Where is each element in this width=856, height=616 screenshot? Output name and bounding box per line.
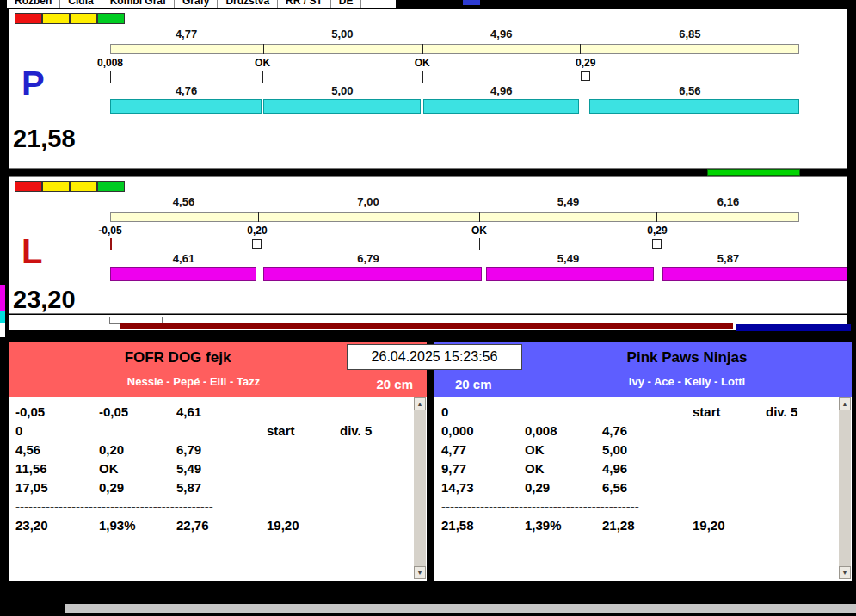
split-time-label: 6,56 <box>581 84 799 97</box>
scrollbar[interactable]: ▲ ▼ <box>414 397 426 579</box>
team-name: FOFR DOG fejk <box>9 349 347 367</box>
split-time-label: 4,77 <box>110 28 262 40</box>
lane-l-splits-top: 4,56 7,00 5,49 6,16 <box>110 195 799 209</box>
tab-bar: Rozběh Čidla Kombi Graf Grafy Družstva R… <box>7 0 396 8</box>
split-time-label: 6,85 <box>581 28 799 40</box>
table-row[interactable]: 14,73 0,29 6,56 <box>434 478 852 497</box>
crossing-time-label: 0,008 <box>80 57 140 69</box>
table-row[interactable]: 11,56 OK 5,49 <box>9 459 427 478</box>
bottom-edge-bar <box>65 604 856 613</box>
run-bar-segment <box>110 267 256 281</box>
team-panel-left: FOFR DOG fejk Nessie - Pepé - Elli - Taz… <box>9 342 427 581</box>
bar-tick <box>263 44 264 54</box>
tab-cidla[interactable]: Čidla <box>60 0 102 8</box>
tab-de[interactable]: DE <box>331 0 362 8</box>
bar-tick <box>479 212 480 222</box>
tab-kombi-graf[interactable]: Kombi Graf <box>102 0 175 8</box>
scroll-up-button[interactable]: ▲ <box>414 397 426 410</box>
split-time-label: 6,16 <box>657 195 799 208</box>
lane-l-run-bars <box>110 267 799 281</box>
tab-bar-filler <box>361 0 396 8</box>
cell <box>693 459 766 478</box>
lane-p-crossings: 0,008 OK OK 0,29 <box>110 57 799 69</box>
cell: 17,05 <box>15 478 99 497</box>
tab-grafy[interactable]: Grafy <box>175 0 218 8</box>
table-row[interactable]: 0 start div. 5 <box>9 422 427 440</box>
lane-p-tick-row <box>110 71 799 83</box>
cell <box>525 403 602 422</box>
crossing-marker-box <box>252 239 262 249</box>
run-bar-segment <box>662 267 847 281</box>
cell: 19,20 <box>693 516 766 535</box>
cell: OK <box>99 459 176 478</box>
cell: 1,39% <box>525 516 602 535</box>
bar-tick <box>258 212 259 222</box>
team-dogs: Ivy - Ace - Kelly - Lotti <box>522 375 852 388</box>
start-light-yellow-2 <box>70 181 97 192</box>
cell: 0 <box>441 403 525 422</box>
app-window: Rozběh Čidla Kombi Graf Grafy Družstva R… <box>0 0 856 616</box>
cell: -0,05 <box>15 403 99 422</box>
table-row[interactable]: -0,05 -0,05 4,61 <box>9 403 427 422</box>
lane-l-splits-bottom: 4,61 6,79 5,49 5,87 <box>110 252 799 266</box>
scroll-up-button[interactable]: ▲ <box>839 397 851 410</box>
cell: OK <box>525 440 602 459</box>
ideal-time-bar <box>110 212 799 222</box>
tab-druzstva[interactable]: Družstva <box>218 0 278 8</box>
navy-bar <box>736 324 851 331</box>
table-row[interactable]: 0,000 0,008 4,76 <box>434 422 852 440</box>
cell: 5,00 <box>602 440 693 459</box>
cell: OK <box>525 459 602 478</box>
table-row[interactable]: 0 start div. 5 <box>434 403 852 422</box>
tab-rr-st[interactable]: RR / ST <box>278 0 331 8</box>
run-bar-segment <box>110 99 262 114</box>
table-row[interactable]: 17,05 0,29 5,87 <box>9 478 427 497</box>
scrollbar[interactable]: ▲ ▼ <box>839 397 851 579</box>
cell: 4,77 <box>441 440 525 459</box>
cell: 0,000 <box>441 422 525 440</box>
lane-p-splits-top: 4,77 5,00 4,96 6,85 <box>110 28 799 41</box>
results-list[interactable]: -0,05 -0,05 4,61 0 start div. 5 4,56 0,2… <box>9 397 427 581</box>
split-time-label: 6,79 <box>257 252 479 265</box>
bottom-strip <box>9 315 847 330</box>
cell <box>693 478 766 497</box>
table-row[interactable]: 4,77 OK 5,00 <box>434 440 852 459</box>
cell: 0 <box>15 422 99 440</box>
start-light-red <box>15 13 42 24</box>
split-time-label: 7,00 <box>257 195 479 208</box>
cell: 21,58 <box>441 516 525 535</box>
lane-panel-l: 4,56 7,00 5,49 6,16 -0,05 0,20 OK 0,29 <box>9 176 847 314</box>
cell <box>267 440 340 459</box>
split-time-label: 4,76 <box>110 84 262 97</box>
run-bar-segment <box>263 99 421 114</box>
run-bar-segment <box>263 267 482 281</box>
cell: 0,29 <box>525 478 602 497</box>
cell <box>267 459 340 478</box>
cell: 0,20 <box>99 440 176 459</box>
table-row-total[interactable]: 23,20 1,93% 22,76 19,20 <box>9 516 427 535</box>
table-row[interactable]: 9,77 OK 4,96 <box>434 459 852 478</box>
scroll-down-button[interactable]: ▼ <box>839 566 851 579</box>
results-list[interactable]: 0 start div. 5 0,000 0,008 4,76 4,77 OK … <box>434 397 852 581</box>
cell: 14,73 <box>441 478 525 497</box>
start-lights <box>15 13 125 24</box>
cell <box>267 478 340 497</box>
edge-fragment-white <box>0 323 5 337</box>
cell: 6,79 <box>176 440 267 459</box>
table-row[interactable]: 4,56 0,20 6,79 <box>9 440 427 459</box>
cell: -0,05 <box>99 403 176 422</box>
cell: 11,56 <box>15 459 99 478</box>
team-dogs: Nessie - Pepé - Elli - Tazz <box>9 375 379 388</box>
cell: 1,93% <box>99 516 176 535</box>
crossing-time-label: -0,05 <box>80 225 140 237</box>
cell: 4,76 <box>602 422 693 440</box>
lane-p-timeline: 4,77 5,00 4,96 6,85 0,008 OK OK 0,29 <box>110 9 799 168</box>
cell: 23,20 <box>15 516 99 535</box>
scroll-down-button[interactable]: ▼ <box>414 566 426 579</box>
crossing-time-label: 0,29 <box>627 225 687 237</box>
tab-rozbeh[interactable]: Rozběh <box>7 0 60 8</box>
lane-p-splits-bottom: 4,76 5,00 4,96 6,56 <box>110 84 799 98</box>
split-time-label: 4,96 <box>422 28 581 40</box>
cell: 0,008 <box>525 422 602 440</box>
table-row-total[interactable]: 21,58 1,39% 21,28 19,20 <box>434 516 852 535</box>
